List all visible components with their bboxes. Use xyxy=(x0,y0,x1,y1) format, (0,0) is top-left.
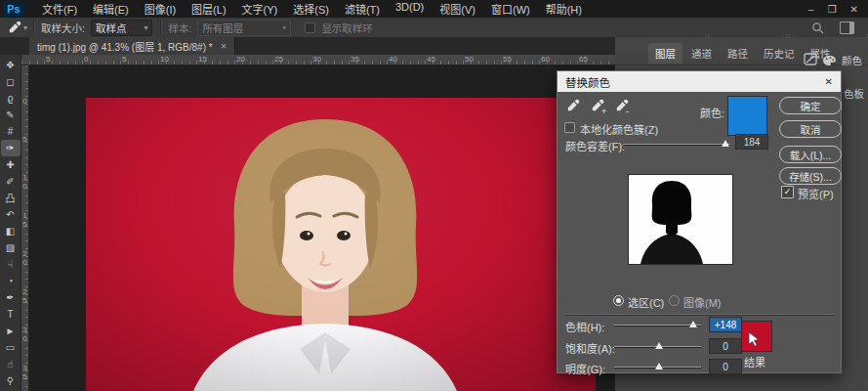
separator xyxy=(33,21,35,34)
sample-value: 所有图层 xyxy=(202,21,243,35)
menu-window[interactable]: 窗口(W) xyxy=(483,0,538,19)
path-select-tool[interactable]: ► xyxy=(1,323,21,339)
menu-select[interactable]: 选择(S) xyxy=(285,0,337,19)
saturation-value[interactable]: 0 xyxy=(709,338,742,354)
menu-help[interactable]: 帮助(H) xyxy=(538,0,590,19)
grip-icon: ∷ xyxy=(705,32,709,40)
shape-tool[interactable]: ▭ xyxy=(1,339,21,356)
menu-edit[interactable]: 编辑(E) xyxy=(85,0,137,19)
fuzziness-slider[interactable] xyxy=(623,144,730,145)
lightness-slider[interactable] xyxy=(614,367,701,368)
save-button[interactable]: 存储(S)... xyxy=(779,167,842,185)
menu-filter[interactable]: 滤镜(T) xyxy=(337,0,388,19)
restore-button[interactable]: ❐ xyxy=(828,4,837,15)
hand-tool[interactable]: ☝ xyxy=(1,356,21,372)
window-controls: – ❐ ✕ xyxy=(808,4,868,15)
type-tool[interactable]: T xyxy=(1,306,21,323)
tab-history[interactable]: 历史记 xyxy=(757,43,802,64)
menu-image[interactable]: 图像(I) xyxy=(137,0,184,19)
swatches-panel-button[interactable]: 色板 xyxy=(844,86,864,101)
gradient-tool[interactable]: ▨ xyxy=(1,239,21,256)
move-tool[interactable]: ✥ xyxy=(1,57,21,73)
lightness-slider-thumb[interactable] xyxy=(655,363,663,369)
color-panel-button[interactable]: 颜色 xyxy=(822,53,862,67)
saturation-slider[interactable] xyxy=(614,346,701,347)
brush-tool[interactable]: ✐ xyxy=(1,173,21,190)
dodge-tool[interactable]: ◔ xyxy=(1,273,21,289)
menu-bar: Ps 文件(F)编辑(E)图像(I)图层(L)文字(Y)选择(S)滤镜(T)3D… xyxy=(0,0,868,19)
sample-size-dropdown[interactable]: 取样点 ▾ xyxy=(91,20,153,36)
window-close-button[interactable]: ✕ xyxy=(850,4,858,15)
lasso-tool[interactable]: ϱ xyxy=(1,90,21,107)
photoshop-logo[interactable]: Ps xyxy=(3,1,24,17)
minimize-button[interactable]: – xyxy=(808,4,814,15)
preview-checkbox[interactable]: ✓ xyxy=(781,186,794,198)
menu-3d[interactable]: 3D(D) xyxy=(388,0,432,19)
selection-radio[interactable] xyxy=(613,295,624,306)
tab-close-icon[interactable]: ✕ xyxy=(221,42,227,51)
result-label: 结果 xyxy=(744,354,765,369)
quick-selection-tool[interactable]: ✎ xyxy=(1,107,21,123)
ruler-number: 35 xyxy=(21,364,28,391)
tab-layers[interactable]: 图层 xyxy=(648,43,682,64)
dialog-title: 替换颜色 xyxy=(565,74,610,90)
localized-clusters-checkbox[interactable] xyxy=(564,122,575,133)
sample-dropdown[interactable]: 所有图层 ▾ xyxy=(197,20,291,36)
mask-preview-thumbnail[interactable] xyxy=(628,174,733,265)
eyedropper-tool[interactable]: ✑ xyxy=(1,140,21,156)
image-radio-label: 图像(M) xyxy=(683,294,722,310)
cancel-button[interactable]: 取消 xyxy=(779,120,842,138)
adjustments-icon[interactable] xyxy=(803,51,819,67)
color-panel-label: 颜色 xyxy=(842,53,862,67)
menu-view[interactable]: 视图(V) xyxy=(432,0,483,19)
menu-type[interactable]: 文字(Y) xyxy=(234,0,286,19)
grip-icon: ∷ xyxy=(786,32,790,40)
tool-preset-chevron[interactable]: ▾ xyxy=(23,23,27,32)
healing-brush-tool[interactable]: ✚ xyxy=(1,156,21,173)
marquee-tool[interactable]: ◻ xyxy=(1,73,21,90)
ruler-number: 55 xyxy=(503,55,541,64)
saturation-slider-thumb[interactable] xyxy=(655,342,663,349)
pen-tool[interactable]: ✒ xyxy=(1,289,21,306)
replace-color-dialog: 替换颜色 ✕ + - 颜色: 本地化颜色簇(Z) 颜色容差(F): 184 确定… xyxy=(557,70,842,373)
history-brush-tool[interactable]: ↶ xyxy=(1,206,21,223)
ruler-number: 45 xyxy=(427,55,465,64)
tab-paths[interactable]: 路径 xyxy=(721,43,755,64)
fuzziness-value[interactable]: 184 xyxy=(735,134,768,150)
ruler-number: 30 xyxy=(312,55,351,64)
crop-tool[interactable]: # xyxy=(1,123,21,140)
document-tab[interactable]: timg (1).jpg @ 41.3% (图层 1, RGB/8#) * ✕ xyxy=(29,37,235,55)
clone-stamp-tool[interactable]: 凸 xyxy=(1,190,21,206)
separator xyxy=(160,21,162,34)
ruler-number: 60 xyxy=(541,55,579,64)
hue-slider-thumb[interactable] xyxy=(689,321,697,327)
tab-channels[interactable]: 通道 xyxy=(684,43,719,64)
hue-slider[interactable] xyxy=(614,325,701,326)
dialog-title-bar[interactable]: 替换颜色 ✕ xyxy=(558,71,841,92)
panel-grips: ∷ ∷ ∷ xyxy=(705,32,868,40)
eraser-tool[interactable]: ◧ xyxy=(1,223,21,239)
hue-value[interactable]: +148 xyxy=(709,317,742,332)
menu-items: 文件(F)编辑(E)图像(I)图层(L)文字(Y)选择(S)滤镜(T)3D(D)… xyxy=(34,0,590,19)
ruler-number: 40 xyxy=(389,55,427,64)
sample-label: 样本: xyxy=(168,21,191,35)
color-label: 颜色: xyxy=(700,105,724,120)
menu-file[interactable]: 文件(F) xyxy=(34,0,85,19)
fuzziness-slider-thumb[interactable] xyxy=(722,140,729,147)
photo-vignette xyxy=(86,98,596,391)
smudge-tool[interactable]: ☟ xyxy=(1,256,21,273)
eyedropper-sample-icon[interactable] xyxy=(565,99,580,113)
ruler-number: 5 xyxy=(122,55,160,64)
image-radio[interactable] xyxy=(669,295,680,306)
ruler-number: 30 xyxy=(21,326,28,364)
load-button[interactable]: 载入(L)... xyxy=(779,146,842,163)
eyedropper-icon[interactable] xyxy=(7,21,21,35)
dialog-close-icon[interactable]: ✕ xyxy=(825,76,833,87)
menu-layer[interactable]: 图层(L) xyxy=(184,0,233,19)
document-canvas[interactable] xyxy=(86,98,596,391)
ok-button[interactable]: 确定 xyxy=(779,97,842,114)
lightness-value[interactable]: 0 xyxy=(709,359,742,374)
selected-color-swatch[interactable] xyxy=(727,96,767,136)
show-ring-checkbox[interactable] xyxy=(305,22,315,33)
zoom-tool[interactable]: ⚲ xyxy=(1,372,21,389)
